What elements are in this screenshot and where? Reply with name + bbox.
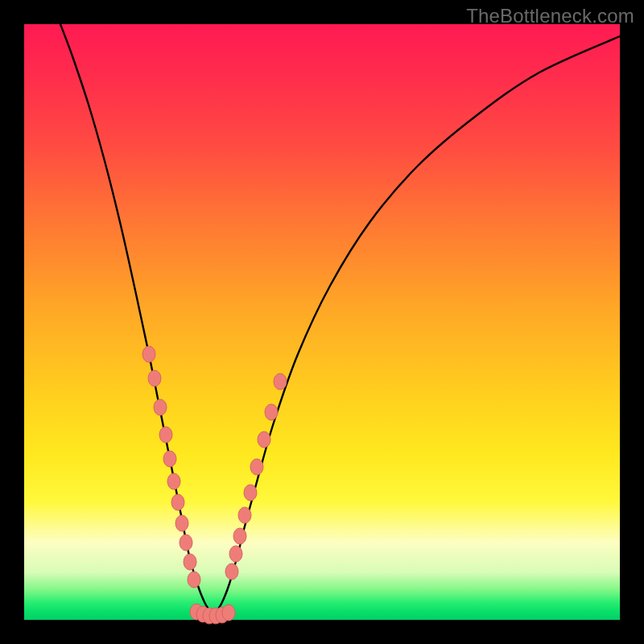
left-marker: [167, 473, 180, 489]
bottom-marker: [222, 605, 235, 621]
chart-frame: TheBottleneck.com: [0, 0, 644, 644]
left-marker: [188, 572, 200, 588]
left-marker: [154, 399, 167, 415]
right-marker: [229, 546, 242, 562]
right-marker: [250, 459, 263, 475]
left-marker: [142, 346, 155, 362]
right-marker: [265, 404, 278, 420]
left-marker: [148, 370, 161, 386]
left-marker: [159, 427, 172, 443]
curve-right-branch: [213, 36, 620, 615]
left-marker: [175, 515, 188, 531]
left-marker: [180, 535, 192, 551]
right-marker: [238, 507, 251, 523]
curve-left-branch: [60, 24, 213, 615]
left-marker: [171, 494, 184, 510]
right-marker: [233, 528, 246, 544]
curve-layer: [24, 24, 620, 620]
plot-area: [24, 24, 620, 620]
watermark-text: TheBottleneck.com: [466, 5, 634, 27]
right-marker: [225, 564, 238, 580]
marker-group: [142, 346, 287, 624]
right-marker: [244, 485, 257, 501]
right-marker: [258, 431, 270, 448]
right-marker: [274, 374, 287, 390]
left-marker: [163, 451, 176, 467]
left-marker: [184, 554, 196, 570]
